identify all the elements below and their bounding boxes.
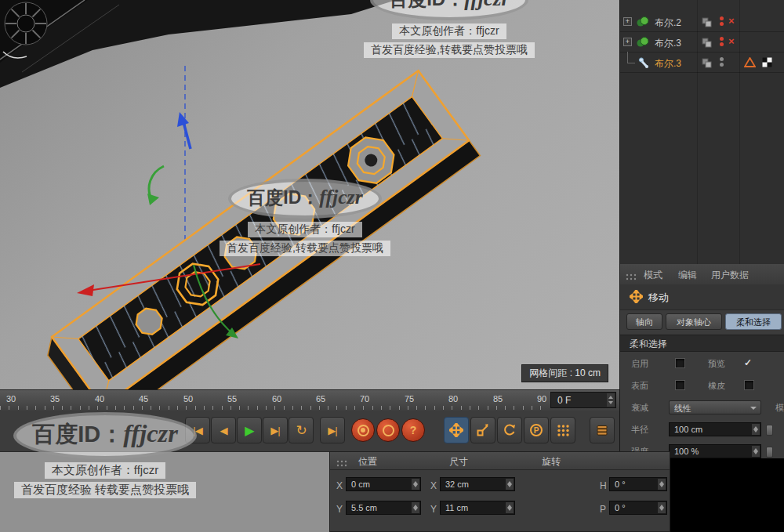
spinner-arrows[interactable]	[658, 479, 666, 490]
expand-toggle-icon[interactable]: +	[623, 38, 632, 46]
spinner-arrows[interactable]	[412, 502, 419, 513]
pos-x-label: X	[336, 480, 343, 491]
expand-toggle-icon[interactable]: +	[623, 17, 632, 26]
eraser-checkbox[interactable]	[744, 380, 754, 390]
timeline-ruler[interactable]: 30 35 40 45 50 55 60 65 70 75 80 85 90 0…	[0, 389, 619, 412]
tool-mode-buttons: 轴向 对象轴心 柔和选择	[620, 309, 784, 335]
current-frame-field[interactable]: 0 F	[550, 392, 616, 408]
z-axis-arrow[interactable]	[177, 112, 191, 149]
c4d-window: 网格间距 : 10 cm + 布尔.2 × + 布尔.3	[0, 0, 784, 532]
spinner-arrows[interactable]	[658, 502, 666, 513]
chevron-down-icon	[750, 407, 757, 410]
loop-playback-button[interactable]: ↻	[289, 417, 314, 443]
radius-field[interactable]: 100 cm	[669, 422, 761, 436]
frame-tick: 90	[537, 394, 546, 404]
soft-selection-button[interactable]: 柔和选择	[725, 313, 782, 330]
help-keyframe-button[interactable]: ?	[401, 418, 425, 442]
preview-checkmark[interactable]: ✓	[744, 357, 752, 368]
record-keyframe-button[interactable]	[351, 418, 375, 442]
watermark-stamp-bottom: 百度ID：ffjczr 本文原创作者：ffjczr 首发百度经验 转载要点赞投票…	[0, 412, 223, 498]
spinner-arrows[interactable]	[506, 479, 514, 490]
watermark-author-line: 本文原创作者：ffjczr	[248, 222, 361, 237]
coordinates-header: 位置 尺寸 旋转	[330, 452, 670, 470]
panel-grip-icon[interactable]	[626, 270, 637, 284]
spinner-arrows[interactable]	[506, 502, 514, 513]
boolean-object-icon	[636, 16, 650, 28]
radius-value: 100 cm	[674, 425, 702, 434]
move-tool-icon	[630, 290, 643, 306]
layer-icon[interactable]	[702, 16, 712, 27]
radius-label: 半径	[631, 424, 648, 436]
object-row[interactable]: + 布尔.3 ×	[620, 33, 784, 52]
snap-grid-button[interactable]	[550, 417, 575, 443]
object-row-selected[interactable]: 布尔.3	[620, 53, 784, 72]
autokey-button[interactable]	[376, 418, 400, 442]
slider-knob[interactable]	[766, 447, 773, 458]
slider-knob[interactable]	[766, 425, 773, 436]
visibility-dots-icon[interactable]	[720, 36, 724, 49]
rot-h-value: 0 °	[615, 480, 626, 489]
frame-tick: 45	[139, 394, 148, 404]
frame-tick: 40	[95, 394, 104, 404]
visibility-dots-icon[interactable]	[720, 56, 724, 69]
size-header: 尺寸	[449, 455, 468, 469]
texture-checker-tag-icon[interactable]	[762, 56, 772, 71]
boolean-object-icon	[636, 36, 650, 49]
object-row[interactable]: + 布尔.2 ×	[620, 13, 784, 31]
object-label[interactable]: 布尔.3	[655, 37, 681, 50]
rot-p-label: P	[600, 504, 606, 515]
size-x-label: X	[430, 480, 437, 491]
tab-user-data[interactable]: 用户数据	[711, 269, 749, 282]
rot-h-field[interactable]: 0 °	[609, 477, 667, 491]
spinner-arrows[interactable]	[752, 446, 760, 457]
spinner-arrows[interactable]	[752, 424, 760, 435]
rotate-tool-button[interactable]	[497, 417, 522, 443]
frame-tick: 75	[405, 394, 414, 404]
disabled-icon[interactable]: ×	[728, 15, 735, 27]
axis-mode-button[interactable]: 轴向	[626, 313, 662, 330]
watermark-slogan-line: 首发百度经验 转载要点赞投票哦	[14, 482, 196, 498]
next-frame-button[interactable]: ▶|	[263, 417, 288, 443]
tab-mode[interactable]: 模式	[644, 269, 662, 282]
tool-title: 移动	[648, 291, 669, 305]
size-y-value: 11 cm	[445, 503, 468, 512]
enable-checkbox[interactable]	[675, 358, 685, 368]
strength-field[interactable]: 100 %	[669, 444, 761, 458]
layer-icon[interactable]	[702, 37, 712, 47]
coordinates-panel: 位置 尺寸 旋转 X 0 cm X 32 cm H 0 ° Y 5.5 cm Y…	[329, 451, 670, 532]
play-button[interactable]: ▶	[237, 417, 262, 443]
visibility-dots-icon[interactable]	[720, 16, 724, 28]
scale-tool-button[interactable]	[470, 417, 495, 443]
object-axis-button[interactable]: 对象轴心	[666, 313, 722, 330]
size-x-field[interactable]: 32 cm	[440, 477, 515, 491]
frame-tick: 60	[272, 394, 281, 404]
layer-stack-button[interactable]	[590, 417, 615, 443]
frame-tick: 50	[183, 394, 193, 404]
size-y-field[interactable]: 11 cm	[440, 501, 515, 515]
goto-end-button[interactable]: ▶|	[320, 417, 345, 443]
layer-icon[interactable]	[702, 57, 712, 67]
disabled-icon[interactable]: ×	[728, 35, 735, 47]
spinner-arrows[interactable]	[412, 479, 419, 490]
soft-selection-section-header[interactable]: 柔和选择	[620, 335, 784, 352]
last-tool-button[interactable]: P	[524, 417, 549, 443]
move-tool-button[interactable]	[444, 417, 469, 443]
current-frame-value: 0 F	[557, 395, 571, 406]
rot-p-value: 0 °	[615, 503, 626, 512]
pos-y-label: Y	[336, 504, 343, 515]
pos-x-field[interactable]: 0 cm	[346, 477, 421, 491]
panel-grip-icon[interactable]	[336, 457, 347, 471]
grid-spacing-badge: 网格间距 : 10 cm	[521, 364, 608, 382]
object-label[interactable]: 布尔.3	[655, 57, 681, 71]
object-label[interactable]: 布尔.2	[655, 16, 681, 30]
attribute-tab-bar: 模式 编辑 用户数据	[620, 264, 784, 285]
tab-edit[interactable]: 编辑	[678, 269, 697, 282]
surface-checkbox[interactable]	[675, 380, 685, 390]
falloff-dropdown[interactable]: 线性	[669, 400, 761, 414]
phong-triangle-tag-icon[interactable]	[744, 56, 756, 71]
rot-p-field[interactable]: 0 °	[609, 501, 667, 515]
size-y-label: Y	[430, 504, 437, 515]
pos-y-field[interactable]: 5.5 cm	[346, 501, 421, 515]
spinner-arrows[interactable]	[607, 393, 615, 407]
frame-tick: 30	[6, 394, 16, 404]
